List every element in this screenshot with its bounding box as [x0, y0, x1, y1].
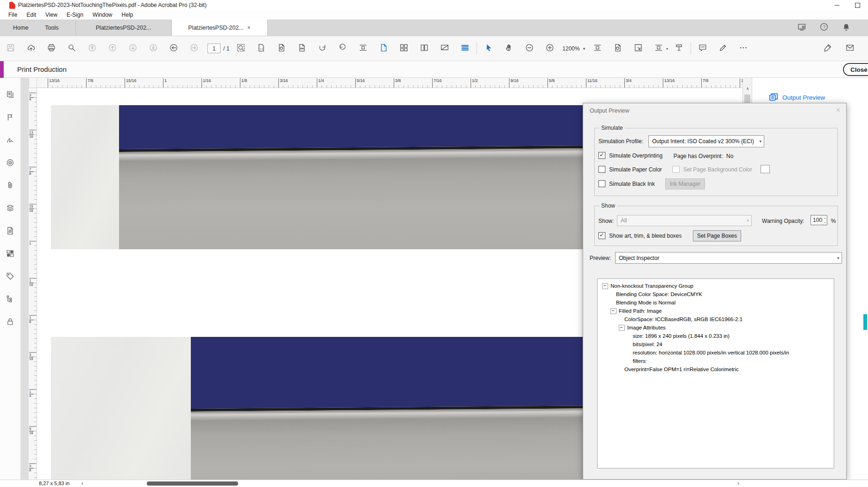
help-button[interactable]: ? [819, 23, 829, 33]
scrolling-mode-button[interactable] [358, 44, 368, 54]
maximize-button[interactable] [847, 0, 868, 10]
previous-view-button[interactable] [169, 44, 179, 54]
close-tools-button[interactable]: Close [843, 63, 868, 76]
simulation-profile-dropdown[interactable]: Output Intent: ISO Coated v2 300% (ECI) … [648, 135, 764, 147]
print-button[interactable] [46, 44, 57, 54]
scroll-left-icon[interactable]: ‹ [82, 480, 83, 487]
output-preview-link[interactable]: Output Preview [769, 93, 825, 102]
simulate-black-ink-checkbox[interactable] [598, 180, 605, 187]
zoom-fit-button[interactable] [613, 44, 623, 54]
single-page-view-button[interactable] [378, 44, 389, 54]
tree-item[interactable]: Blending Mode is Normal [598, 298, 834, 307]
zoom-level-dropdown[interactable]: 1200% ▾ [562, 45, 585, 52]
tree-item[interactable]: ColorSpace: ICCBasedRGB, sRGB IEC61966-2… [598, 315, 834, 323]
menu-window[interactable]: Window [88, 10, 117, 19]
find-button[interactable] [67, 44, 77, 54]
menu-esign[interactable]: E-Sign [62, 10, 88, 19]
nav-bookmarks-button[interactable] [5, 113, 16, 124]
simulate-paper-color-checkbox[interactable] [598, 166, 605, 173]
tab-document-1[interactable]: PlatziertesPSD-202... [75, 19, 171, 36]
tree-item[interactable]: bits/pixel: 24 [598, 340, 834, 348]
collapse-expander-icon[interactable] [619, 325, 625, 331]
nav-attachments-button[interactable] [5, 181, 16, 192]
tab-close-icon[interactable]: × [247, 25, 251, 31]
comment-button[interactable] [698, 44, 708, 54]
menu-edit[interactable]: Edit [22, 10, 41, 19]
tab-tools[interactable]: Tools [37, 19, 67, 36]
tab-home[interactable]: Home [5, 19, 37, 36]
page-number-input[interactable]: 1 [208, 44, 220, 53]
tree-item[interactable]: size: 1896 x 240 pixels (1.844 x 0.233 i… [598, 332, 834, 340]
set-page-boxes-button[interactable]: Set Page Boxes [693, 230, 741, 241]
rotate-counterclockwise-button[interactable] [338, 44, 348, 54]
page-display-options-button[interactable]: ▾ [654, 44, 664, 54]
simulate-overprinting-checkbox[interactable] [598, 152, 605, 159]
full-screen-button[interactable] [440, 44, 450, 54]
menu-file[interactable]: File [4, 10, 22, 19]
share-cloud-button[interactable] [26, 44, 36, 54]
tree-item[interactable]: Filled Path: Image [598, 307, 834, 315]
tree-item[interactable]: Blending Color Space: DeviceCMYK [598, 290, 834, 298]
preview-dropdown[interactable]: Object Inspector ▾ [615, 252, 842, 264]
warning-opacity-input[interactable]: 100 ▲▼ [811, 215, 827, 225]
nav-signatures-button[interactable] [5, 135, 16, 146]
fill-sign-button[interactable] [823, 44, 833, 54]
svg-text:1:1: 1:1 [260, 47, 264, 50]
scroll-up-icon[interactable]: ∧ [743, 84, 752, 93]
scroll-right-icon[interactable]: › [737, 480, 739, 487]
two-page-scrolling-button[interactable] [419, 44, 429, 54]
horizontal-ruler: 13/167/815/1611/161/83/161/45/163/87/161… [37, 78, 742, 88]
two-page-view-button[interactable] [399, 44, 409, 54]
menu-help[interactable]: Help [117, 10, 138, 19]
tree-item[interactable]: filters: [598, 357, 834, 365]
zoom-page-level-button[interactable] [277, 44, 287, 54]
rotate-clockwise-button[interactable] [317, 44, 327, 54]
actual-size-button[interactable]: 1:1 [256, 44, 266, 54]
status-bar: 8,27 x 5,83 in ‹ › [0, 480, 868, 487]
collapse-expander-icon[interactable] [610, 308, 616, 314]
tab-document-2[interactable]: PlatziertesPSD-202... × [171, 19, 268, 36]
show-boxes-checkbox[interactable] [598, 232, 605, 239]
menu-view[interactable]: View [41, 10, 62, 19]
photo-paper-area [51, 337, 191, 480]
horizontal-scroll-thumb[interactable] [147, 481, 238, 486]
page-dimensions: 8,27 x 5,83 in [39, 481, 69, 486]
panel-scroll-marker[interactable] [863, 314, 867, 330]
nav-layers-button[interactable] [5, 203, 16, 215]
collapse-expander-icon[interactable] [602, 283, 608, 289]
minimize-button[interactable] [826, 0, 847, 10]
presentation-button[interactable] [674, 44, 684, 54]
nav-content-button[interactable] [5, 226, 16, 237]
nav-model-tree-button[interactable] [5, 249, 16, 260]
measure-button[interactable] [592, 44, 603, 54]
ruler-label: 1 [163, 78, 167, 88]
fit-width-button[interactable] [297, 44, 307, 54]
dialog-close-icon[interactable]: ✕ [836, 107, 841, 114]
nav-page-thumbnails-button[interactable] [5, 90, 16, 101]
zoom-out-button[interactable] [524, 44, 535, 54]
marquee-zoom-button[interactable] [236, 44, 246, 54]
tree-item[interactable]: Image Attributes [598, 323, 834, 332]
tree-item[interactable]: Overprint=False OPM=1 ri=Relative Colori… [598, 365, 834, 373]
spinner-icon[interactable]: ▲▼ [823, 215, 827, 225]
nav-order-button[interactable] [5, 294, 16, 305]
object-inspector-tree[interactable]: Non-knockout Transparency GroupBlending … [597, 278, 834, 468]
layers-icon [6, 204, 14, 214]
nav-destinations-button[interactable] [5, 158, 16, 169]
hand-tool-button[interactable] [504, 44, 514, 54]
doc-lines-icon [6, 227, 14, 237]
fit-window-button[interactable] [633, 44, 643, 54]
more-tools-button[interactable] [738, 44, 748, 54]
select-tool-button[interactable] [484, 44, 494, 54]
nav-security-button[interactable] [5, 317, 16, 328]
zoom-in-button[interactable] [545, 44, 555, 54]
tree-item[interactable]: resolution: horizontal 1028.000 pixels/i… [598, 348, 834, 357]
highlight-button[interactable] [718, 44, 728, 54]
tree-item[interactable]: Non-knockout Transparency Group [598, 282, 834, 290]
ruler-label: 1/4 [317, 78, 324, 88]
notifications-button[interactable] [841, 23, 851, 33]
nav-tags-button[interactable] [5, 272, 16, 283]
share-screen-button[interactable] [797, 23, 807, 33]
send-email-button[interactable] [845, 44, 855, 54]
read-mode-button[interactable] [460, 44, 470, 54]
